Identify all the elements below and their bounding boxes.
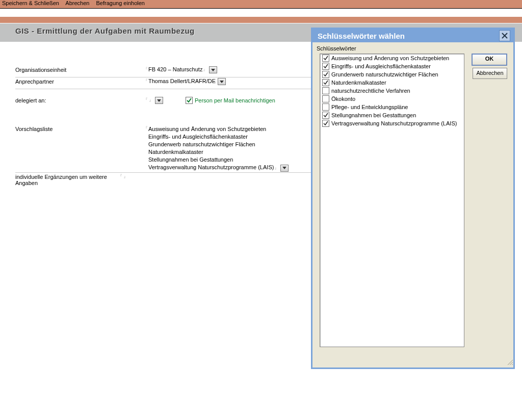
bracket-close-icon: 』	[202, 66, 208, 73]
label-organisation: Organisationseinheit	[15, 66, 143, 73]
top-toolbar: Speichern & Schließen Abrechen Befragung…	[0, 0, 522, 9]
keyword-text: Eingriffs- und Ausgleichsflächenkataster	[331, 63, 431, 69]
dropdown-delegated[interactable]	[155, 97, 163, 104]
keyword-text: Grunderwerb naturschutzwichtiger Flächen	[331, 71, 438, 77]
close-icon	[502, 33, 508, 39]
keyword-item[interactable]: Grunderwerb naturschutzwichtiger Flächen	[320, 70, 464, 78]
label-additional: individuelle Ergänzungen um weitere Anga…	[15, 173, 117, 186]
menu-request[interactable]: Befragung einholen	[96, 0, 145, 6]
cancel-button[interactable]: Abbrechen	[473, 68, 507, 79]
checkbox-icon[interactable]	[322, 79, 329, 86]
keyword-text: Stellungnahmen bei Gestattungen	[331, 112, 416, 118]
svg-marker-0	[211, 69, 215, 71]
svg-marker-2	[157, 99, 161, 102]
suggestion-line: Naturdenkmalkataster	[148, 148, 289, 156]
suggestion-line: Stellungnahmen bei Gestattungen	[148, 156, 289, 164]
checkmark-icon	[186, 97, 193, 104]
resize-grip-icon[interactable]	[506, 358, 513, 365]
dialog-close-button[interactable]	[499, 30, 510, 41]
bracket-open-icon: 『	[117, 173, 123, 180]
checkbox-icon[interactable]	[322, 112, 329, 119]
menu-cancel[interactable]: Abrechen	[65, 0, 89, 6]
bracket-close-icon: 』	[123, 173, 128, 180]
svg-marker-1	[220, 81, 224, 83]
suggestion-line: Vertragsverwaltung Naturschutzprogramme …	[148, 164, 289, 172]
dropdown-contact[interactable]	[218, 78, 226, 85]
keyword-item[interactable]: Pflege- und Entwicklungspläne	[320, 103, 464, 111]
ok-button[interactable]: OK	[472, 54, 507, 66]
suggestion-lines: Ausweisung und Änderung von Schutzgebiet…	[148, 125, 289, 172]
label-notify: Person per Mail benachrichtigen	[195, 97, 275, 103]
dropdown-suggestion[interactable]	[280, 165, 289, 172]
checkbox-icon[interactable]	[322, 55, 329, 62]
keyword-text: naturschutzrechtliche Verfahren	[331, 88, 410, 94]
dialog-title-text: Schlüsselwörter wählen	[318, 32, 499, 40]
keyword-item[interactable]: Stellungnahmen bei Gestattungen	[320, 111, 464, 119]
label-contact: Anprechpartner	[15, 78, 143, 85]
keyword-text: Ökokonto	[331, 96, 355, 102]
value-contact: Thomas Dellert/LRAFR/DE	[148, 78, 216, 84]
keyword-item[interactable]: Ökokonto	[320, 95, 464, 103]
value-organisation: FB 420 – Naturschutz	[148, 66, 202, 72]
checkbox-icon[interactable]	[322, 120, 329, 127]
svg-marker-3	[282, 167, 286, 169]
keyword-text: Vertragsverwaltung Naturschutzprogramme …	[331, 120, 457, 126]
checkbox-icon[interactable]	[322, 87, 329, 94]
keyword-item[interactable]: Vertragsverwaltung Naturschutzprogramme …	[320, 119, 464, 127]
keyword-text: Naturdenkmalkataster	[331, 80, 386, 86]
dropdown-organisation[interactable]	[209, 66, 217, 73]
bracket-close-icon: 』	[148, 97, 154, 103]
bracket-close-icon: 』	[274, 165, 279, 170]
bracket-open-icon: 『	[143, 66, 148, 73]
suggestion-line: Grunderwerb naturschutzwichtiger Flächen	[148, 141, 289, 148]
keyword-item[interactable]: Naturdenkmalkataster	[320, 78, 464, 87]
dialog-keywords: Schlüsselwörter wählen Schlüsselwörter A…	[311, 28, 515, 369]
separator-band	[0, 17, 522, 23]
menu-save-close[interactable]: Speichern & Schließen	[2, 0, 59, 6]
svg-line-8	[512, 364, 513, 365]
keyword-text: Ausweisung und Änderung von Schutzgebiet…	[331, 55, 449, 61]
keyword-item[interactable]: naturschutzrechtliche Verfahren	[320, 87, 464, 95]
keyword-item[interactable]: Ausweisung und Änderung von Schutzgebiet…	[320, 54, 464, 62]
bracket-open-icon: 『	[143, 97, 148, 103]
keyword-text: Pflege- und Entwicklungspläne	[331, 104, 408, 110]
dialog-titlebar[interactable]: Schlüsselwörter wählen	[312, 29, 513, 42]
checkbox-notify[interactable]: Person per Mail benachrichtigen	[186, 97, 275, 104]
checkbox-icon[interactable]	[322, 103, 329, 111]
checkbox-icon[interactable]	[322, 71, 329, 78]
checkbox-icon[interactable]	[322, 63, 329, 70]
dialog-listbox[interactable]: Ausweisung und Änderung von Schutzgebiet…	[320, 54, 464, 347]
dialog-body: Schlüsselwörter Ausweisung und Änderung …	[312, 42, 513, 365]
label-suggestion: Vorschlagsliste	[15, 125, 143, 132]
checkbox-icon[interactable]	[322, 95, 329, 102]
keyword-item[interactable]: Eingriffs- und Ausgleichsflächenkataster	[320, 62, 464, 70]
bracket-open-icon: 『	[143, 125, 148, 132]
label-delegated: delegiert an:	[15, 97, 143, 103]
suggestion-line: Ausweisung und Änderung von Schutzgebiet…	[148, 125, 289, 133]
bracket-open-icon: 『	[143, 78, 148, 85]
suggestion-line: Eingriffs- und Ausgleichsflächenkataster	[148, 133, 289, 141]
dialog-list-label: Schlüsselwörter	[317, 45, 356, 51]
